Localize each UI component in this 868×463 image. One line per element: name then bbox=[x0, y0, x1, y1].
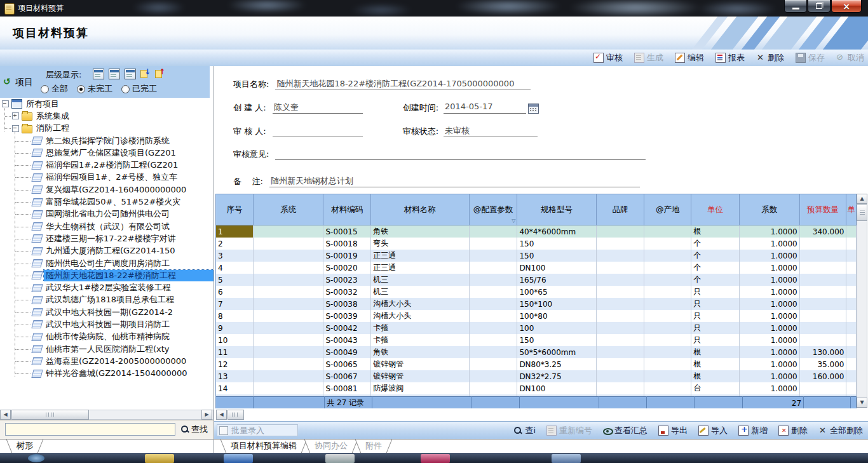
tab-attachments[interactable]: 附件 bbox=[356, 440, 391, 452]
scrollbar-thumb[interactable] bbox=[857, 205, 867, 221]
column-header[interactable]: @配置参数▽ bbox=[469, 194, 517, 225]
tree-item[interactable]: 随州新天地花园18-22#楼消防工程 bbox=[0, 269, 214, 281]
scrollbar-track[interactable] bbox=[857, 194, 867, 408]
close-button[interactable]: × bbox=[831, 0, 862, 13]
tab-budget-edit[interactable]: 项目材料预算编辑 bbox=[222, 440, 306, 452]
find-button[interactable]: 查找 bbox=[180, 424, 208, 435]
tree-item[interactable]: 还建楼三期一标17-22#楼楼宇对讲 bbox=[0, 232, 214, 245]
table-row[interactable]: 13S-00067镀锌钢管DN32*2.75根1.0000160.000 bbox=[216, 370, 857, 382]
table-row[interactable]: 2S-00018弯头150个1.0000 bbox=[216, 238, 857, 250]
tree-view-icon[interactable] bbox=[93, 69, 104, 79]
tree-item[interactable]: 恩施复烤厂仓储区建设项目(GZ201 bbox=[0, 147, 214, 159]
scroll-left-arrow[interactable]: ◀ bbox=[0, 410, 11, 420]
column-header[interactable]: 序号 bbox=[216, 194, 253, 225]
start-orb[interactable] bbox=[28, 454, 44, 462]
expander-plus-icon[interactable] bbox=[12, 112, 19, 119]
audit-button[interactable]: 审核 bbox=[593, 52, 623, 64]
radio-all[interactable]: 全部 bbox=[41, 83, 68, 95]
restore-button[interactable] bbox=[808, 0, 831, 13]
minimize-button[interactable] bbox=[784, 0, 807, 13]
column-header[interactable]: 系统 bbox=[253, 194, 323, 225]
tree-search-input[interactable] bbox=[5, 423, 175, 436]
tree-item[interactable]: 九州通大厦消防工程(GZ2014-150 bbox=[0, 245, 214, 257]
scroll-right-arrow[interactable]: ▶ bbox=[201, 410, 212, 420]
tree-item[interactable]: 复兴烟草(GZ2014-1604000000000 bbox=[0, 184, 214, 196]
grid-view-icon[interactable] bbox=[125, 69, 136, 79]
taskbar-app-icon[interactable] bbox=[224, 454, 253, 463]
tree-item[interactable]: 国网湖北省电力公司随州供电公司 bbox=[0, 208, 214, 220]
column-header[interactable]: 品牌 bbox=[596, 194, 644, 225]
add-button[interactable]: 新增 bbox=[738, 425, 768, 436]
table-row[interactable]: 11S-00049角铁50*5*6000mm根1.0000130.000 bbox=[216, 346, 857, 358]
tree-item[interactable]: 消防工程 bbox=[0, 123, 214, 135]
table-row[interactable]: 6S-00032机三100*65只1.0000 bbox=[216, 286, 857, 298]
tree-item[interactable]: 随州供电公司生产调度用房消防工 bbox=[0, 257, 214, 269]
tree-item[interactable]: 钟祥光谷鑫城(GZ2014-1504000000 bbox=[0, 368, 214, 380]
tree-item[interactable]: 武汉凯德广场1818项目总承包工程 bbox=[0, 294, 214, 306]
table-row[interactable]: 4S-00020正三通DN100个1.0000 bbox=[216, 262, 857, 274]
table-row[interactable]: 1S-00015角铁40*4*6000mm根1.0000340.000 bbox=[216, 225, 857, 238]
taskbar-app-icon[interactable] bbox=[552, 454, 581, 463]
import-button[interactable]: 导入 bbox=[698, 425, 728, 436]
calendar-icon[interactable] bbox=[528, 104, 539, 114]
taskbar-app-icon[interactable] bbox=[421, 454, 450, 463]
sort-asc-icon[interactable] bbox=[155, 69, 165, 78]
export-button[interactable]: 导出 bbox=[658, 425, 688, 436]
delete-button[interactable]: 删除 bbox=[756, 52, 784, 64]
table-row[interactable]: 9S-00042卡箍100只1.0000 bbox=[216, 322, 857, 334]
edit-button[interactable]: 编辑 bbox=[675, 52, 704, 64]
table-row[interactable]: 7S-00038沟槽大小头150*100只1.0000 bbox=[216, 298, 857, 310]
tab-collaboration[interactable]: 协同办公 bbox=[306, 440, 356, 452]
search-button[interactable]: 查i bbox=[513, 425, 536, 436]
tree-item[interactable]: 华大生物科技（武汉）有限公司试 bbox=[0, 220, 214, 232]
list-view-icon[interactable] bbox=[109, 69, 120, 79]
expander-minus-icon[interactable] bbox=[2, 100, 9, 107]
column-header[interactable]: 材料编码 bbox=[323, 194, 371, 225]
table-row[interactable]: 10S-00043卡箍150只1.0000 bbox=[216, 334, 857, 346]
audit-status-field[interactable]: 未审核 bbox=[444, 125, 538, 137]
column-header[interactable]: 系数 bbox=[739, 194, 799, 225]
scroll-left-arrow[interactable]: ◀ bbox=[216, 410, 227, 420]
tree-item[interactable]: 福润华园项目1#、2#号楼、独立车 bbox=[0, 171, 214, 184]
report-button[interactable]: 报表 bbox=[715, 52, 745, 64]
scrollbar-thumb[interactable] bbox=[11, 410, 89, 420]
auditor-field[interactable] bbox=[273, 125, 363, 137]
tree-item[interactable]: 仙桃市第一人民医院消防工程(xty bbox=[0, 343, 214, 355]
scroll-down-arrow[interactable]: ▼ bbox=[857, 398, 867, 408]
remark-field[interactable]: 随州新天地钢材总计划 bbox=[269, 175, 640, 187]
column-header[interactable]: 单位 bbox=[691, 194, 739, 225]
table-row[interactable]: 3S-00019正三通150个1.0000 bbox=[216, 250, 857, 262]
column-header[interactable]: 材料名称 bbox=[371, 194, 469, 225]
sort-desc-icon[interactable] bbox=[140, 69, 151, 78]
tree-item[interactable]: 武汉华大1#楼2层实验室装修工程 bbox=[0, 281, 214, 293]
refresh-icon[interactable]: ↺ bbox=[3, 76, 11, 86]
taskbar-app-icon[interactable] bbox=[145, 454, 174, 463]
table-row[interactable]: 14S-00081防爆波阀DN100台1.0000 bbox=[216, 382, 857, 394]
scrollbar-thumb[interactable] bbox=[227, 410, 244, 420]
expander-minus-icon[interactable] bbox=[12, 125, 19, 132]
taskbar-app-icon[interactable] bbox=[325, 454, 355, 463]
tree-item[interactable]: 益海嘉里(GZ2014-2005000000000 bbox=[0, 355, 214, 367]
tree-item[interactable]: 仙桃市传染病院、仙桃市精神病院 bbox=[0, 331, 214, 343]
filter-icon[interactable]: ▽ bbox=[512, 218, 515, 224]
tree-item[interactable]: 武汉中地大科技园一期(GZ2014-2 bbox=[0, 306, 214, 318]
delete-all-button[interactable]: 全部删除 bbox=[818, 425, 863, 436]
scroll-up-arrow[interactable]: ▲ bbox=[857, 194, 867, 204]
table-row[interactable]: 5S-00023机三165/76个1.0000 bbox=[216, 274, 857, 286]
project-name-field[interactable]: 随州新天地花园18-22#楼消防工程(GZ2014-1705000000000 bbox=[275, 78, 531, 90]
tree-item[interactable]: 福润华园1#,2#楼消防工程(GZ201 bbox=[0, 159, 214, 171]
audit-opinion-field[interactable] bbox=[275, 148, 646, 160]
create-time-field[interactable]: 2014-05-17 bbox=[444, 102, 526, 114]
table-row[interactable]: 8S-00039沟槽大小头100*80只1.0000 bbox=[216, 310, 857, 322]
view-summary-button[interactable]: 查看汇总 bbox=[603, 425, 648, 436]
table-row[interactable]: 12S-00065镀锌钢管DN80*3.25根1.000035.000 bbox=[216, 358, 857, 370]
column-header[interactable]: 预算数量 bbox=[799, 194, 846, 225]
radio-unfinished[interactable]: 未完工 bbox=[77, 83, 112, 95]
tree-item[interactable]: 富丽华城花园50#、51#52#楼火灾 bbox=[0, 196, 214, 208]
radio-finished[interactable]: 已完工 bbox=[121, 83, 157, 95]
tree-item[interactable]: 所有项目 bbox=[0, 98, 214, 110]
tab-tree-view[interactable]: 树形 bbox=[8, 440, 42, 452]
remove-button[interactable]: 删除 bbox=[778, 425, 808, 436]
tree-item[interactable]: 武汉中地大科技园一期项目消防工 bbox=[0, 318, 214, 330]
column-header[interactable]: 规格型号 bbox=[517, 194, 596, 225]
